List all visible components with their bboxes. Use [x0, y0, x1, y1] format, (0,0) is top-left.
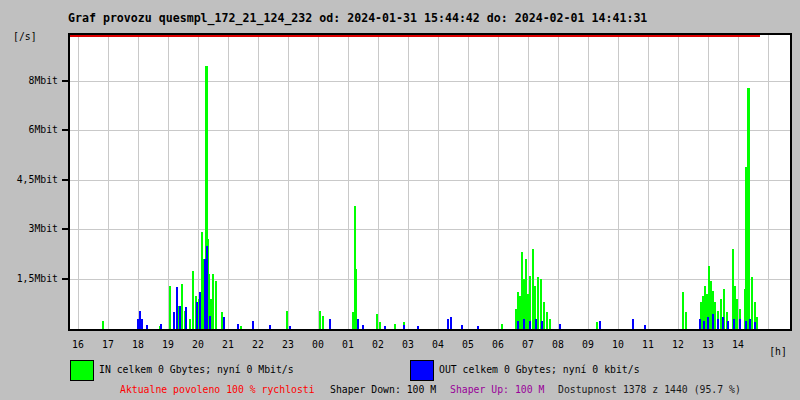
traffic-spike-in: [286, 311, 288, 329]
traffic-spike-in: [685, 312, 687, 329]
horizontal-gridline: [70, 279, 790, 280]
traffic-spike-in: [751, 277, 753, 329]
status-availability: Dostupnost 1378 z 1440 (95.7 %): [558, 384, 741, 395]
traffic-spike-out: [703, 321, 705, 329]
traffic-spike-in: [748, 180, 750, 329]
x-axis-tick-label: 10: [606, 339, 630, 350]
y-axis-unit-label: [/s]: [13, 31, 37, 42]
vertical-gridline: [618, 35, 619, 329]
y-axis-tick-label: 8Mbit: [0, 75, 58, 86]
y-axis-tick-label: 3Mbit: [0, 223, 58, 234]
legend-in-label: IN celkem 0 Gbytes; nyní 0 Mbit/s: [99, 364, 294, 375]
traffic-spike-out: [749, 319, 751, 329]
traffic-spike-out: [717, 319, 719, 329]
x-axis-tick-label: 05: [456, 339, 480, 350]
vertical-gridline: [378, 35, 379, 329]
x-axis-tick-label: 19: [156, 339, 180, 350]
traffic-spike-out: [199, 292, 201, 329]
x-axis-tick-label: 07: [516, 339, 540, 350]
traffic-spike-out: [185, 307, 187, 329]
traffic-spike-in: [189, 319, 191, 329]
x-axis-unit-label: [h]: [765, 346, 791, 357]
traffic-spike-in: [240, 326, 242, 329]
traffic-spike-in: [394, 324, 396, 329]
x-axis-tick-label: 23: [276, 339, 300, 350]
traffic-spike-out: [269, 325, 271, 329]
horizontal-gridline: [70, 229, 790, 230]
y-axis-tick-label: 4,5Mbit: [0, 174, 58, 185]
y-axis-tick: [62, 278, 68, 280]
traffic-spike-out: [160, 324, 162, 329]
vertical-gridline: [408, 35, 409, 329]
traffic-spike-in: [756, 317, 758, 329]
traffic-spike-out: [529, 321, 531, 329]
traffic-spike-in: [322, 316, 324, 329]
horizontal-gridline: [70, 130, 790, 131]
vertical-gridline: [348, 35, 349, 329]
x-axis-tick-label: 09: [576, 339, 600, 350]
vertical-gridline: [138, 35, 139, 329]
traffic-spike-in: [181, 284, 183, 329]
traffic-spike-out: [176, 287, 178, 329]
traffic-graph-canvas: Graf provozu quesmpl_172_21_124_232 od: …: [0, 0, 800, 400]
traffic-spike-out: [727, 321, 729, 329]
x-axis-tick-label: 08: [546, 339, 570, 350]
traffic-spike-in: [546, 312, 548, 329]
traffic-spike-out: [535, 319, 537, 329]
traffic-spike-in: [736, 299, 738, 329]
traffic-spike-in: [319, 311, 321, 329]
y-axis-tick: [62, 129, 68, 131]
traffic-spike-in: [215, 281, 217, 329]
traffic-spike-out: [403, 325, 405, 329]
traffic-spike-out: [745, 321, 747, 329]
traffic-spike-out: [384, 326, 386, 329]
traffic-spike-in: [169, 286, 171, 329]
vertical-gridline: [438, 35, 439, 329]
traffic-spike-in: [596, 322, 598, 329]
traffic-spike-out: [477, 326, 479, 329]
traffic-spike-out: [644, 325, 646, 329]
traffic-spike-in: [543, 302, 545, 329]
vertical-gridline: [588, 35, 589, 329]
traffic-spike-out: [252, 321, 254, 329]
traffic-spike-in: [714, 302, 716, 329]
traffic-spike-out: [196, 302, 198, 329]
y-axis-tick-label: 1,5Mbit: [0, 273, 58, 284]
vertical-gridline: [648, 35, 649, 329]
x-axis-tick-label: 13: [696, 339, 720, 350]
traffic-spike-in: [192, 271, 194, 329]
horizontal-gridline: [70, 81, 790, 82]
vertical-gridline: [468, 35, 469, 329]
status-shaper-down: Shaper Down: 100 M: [330, 384, 436, 395]
traffic-spike-in: [212, 274, 214, 329]
status-allowed-speed: Aktualne povoleno 100 % rychlosti: [120, 384, 315, 395]
traffic-spike-in: [549, 319, 551, 329]
graph-title: Graf provozu quesmpl_172_21_124_232 od: …: [68, 11, 647, 25]
traffic-spike-out: [223, 317, 225, 329]
traffic-spike-out: [237, 324, 239, 329]
vertical-gridline: [258, 35, 259, 329]
x-axis-tick-label: 21: [216, 339, 240, 350]
x-axis-tick-label: 17: [96, 339, 120, 350]
status-shaper-up: Shaper Up: 100 M: [450, 384, 544, 395]
traffic-spike-out: [739, 319, 741, 329]
traffic-spike-out: [754, 322, 756, 329]
plot-area: [68, 33, 792, 331]
vertical-gridline: [228, 35, 229, 329]
traffic-spike-in: [537, 277, 539, 329]
traffic-spike-out: [146, 325, 148, 329]
limit-line: [70, 35, 760, 37]
traffic-spike-out: [141, 319, 143, 329]
traffic-spike-in: [682, 292, 684, 329]
traffic-spike-out: [541, 321, 543, 329]
traffic-spike-out: [179, 306, 181, 329]
y-axis-tick: [62, 228, 68, 230]
traffic-spike-out: [362, 325, 364, 329]
legend-out-label: OUT celkem 0 Gbytes; nyní 0 kbit/s: [439, 364, 640, 375]
traffic-spike-out: [517, 321, 519, 329]
traffic-spike-out: [447, 319, 449, 329]
traffic-spike-out: [289, 326, 291, 329]
x-axis-tick-label: 11: [636, 339, 660, 350]
traffic-spike-in: [376, 314, 378, 329]
traffic-spike-out: [707, 317, 709, 329]
